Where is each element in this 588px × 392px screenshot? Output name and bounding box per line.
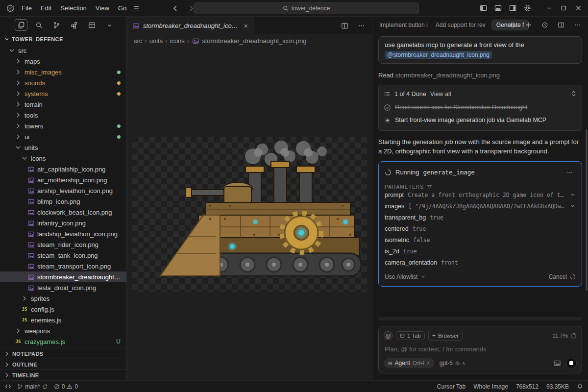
tree-folder-weapons[interactable]: weapons [0,325,126,336]
panel-right-icon[interactable] [507,2,518,14]
expand-collapse-icon[interactable] [571,90,577,98]
tree-file-airship_leviathon_icon.png[interactable]: airship_leviathon_icon.png [0,185,126,196]
tree-file-infantry_icon.png[interactable]: infantry_icon.png [0,218,126,228]
extensions-icon[interactable] [68,19,80,31]
param-images[interactable]: images[ "/9j/4AAQSkZJRgABAQAAAQABAAD/2wC… [385,201,576,212]
app-logo-icon[interactable] [4,2,17,15]
layout-columns-icon[interactable] [555,19,567,31]
filter-funnel-icon[interactable] [427,184,432,190]
menu-view[interactable]: View [92,3,113,13]
tree-file-clockwork_beast_icon.png[interactable]: clockwork_beast_icon.png [0,207,126,218]
maximize-icon[interactable] [558,2,569,14]
menu-edit[interactable]: Edit [37,3,55,13]
explorer-header[interactable]: TOWER_DEFENCE [0,33,126,45]
tree-file-crazygames.js[interactable]: JScrazygames.jsU [0,336,126,347]
todo-item[interactable]: Start front-view image generation job vi… [384,114,577,126]
tab-close-icon[interactable]: × [243,22,249,30]
tree-folder-units[interactable]: units [0,142,126,153]
param-prompt[interactable]: promptCreate a front orthographic 2D gam… [385,190,576,201]
tree-file-blimp_icon.png[interactable]: blimp_icon.png [0,196,126,207]
attach-image-icon[interactable] [553,359,561,367]
tree-file-stormbreaker_dreadnaught_icon.png[interactable]: stormbreaker_dreadnaught_icon.png [0,271,126,282]
section-notepads[interactable]: NOTEPADS [0,348,126,359]
tree-file-steam_rider_icon.png[interactable]: steam_rider_icon.png [0,239,126,250]
chevron-down-icon[interactable] [103,19,116,31]
menu-go[interactable]: Go [114,3,130,13]
todos-collapsed-bar[interactable]: 1 of 4 To-dos [378,317,582,320]
tree-folder-terrain[interactable]: terrain [0,99,126,110]
breadcrumb-item[interactable]: stormbreaker_dreadnaught_icon.png [192,37,306,45]
browser-chip[interactable]: + Browser [428,331,463,341]
section-timeline[interactable]: TIMELINE [0,369,126,380]
tab-context-chip[interactable]: 1 Tab [396,331,425,340]
statusbar-93-35kb[interactable]: 93.35KB [546,383,569,390]
todo-panel-header[interactable]: 1 of 4 Done View all [384,87,577,101]
command-center-search[interactable]: tower_defence [194,2,419,14]
explorer-icon[interactable] [15,19,27,31]
statusbar-cursor-tab[interactable]: Cursor Tab [437,383,466,390]
panel-left-icon[interactable] [477,2,489,14]
tree-folder-misc_images[interactable]: misc_images [0,67,126,77]
tree-folder-systems[interactable]: systems [0,88,126,99]
use-allowlist-button[interactable]: Use Allowlist [385,273,417,280]
hamburger-menu-icon[interactable] [130,2,142,14]
remote-indicator[interactable] [5,383,11,390]
tree-file-steam_transport_icon.png[interactable]: steam_transport_icon.png [0,261,126,271]
source-control-icon[interactable] [50,19,63,31]
chat-more-icon[interactable] [571,19,583,31]
add-context-button[interactable]: @ [384,331,392,340]
panel-bottom-icon[interactable] [492,2,504,14]
tool-more-icon[interactable] [564,167,576,178]
file-mention-chip[interactable]: @stormbreaker_dreadnaught_icon.png [385,51,492,59]
stop-button[interactable] [566,358,577,368]
tree-folder-icons[interactable]: icons [0,153,126,164]
chat-input[interactable]: @ 1 Tab + Browser 11.7% Plan, @ for cont… [378,326,582,373]
tree-file-steam_tank_icon.png[interactable]: steam_tank_icon.png [0,250,126,261]
search-sidebar-icon[interactable] [32,19,45,31]
todo-item[interactable]: Read source icon for Stormbreaker Dreadn… [384,101,577,114]
tree-folder-src[interactable]: src [0,45,126,56]
grid-view-icon[interactable] [85,19,98,31]
chat-tab[interactable]: Implement button i [377,20,430,30]
chevron-down-icon[interactable] [570,192,576,199]
section-outline[interactable]: OUTLINE [0,359,126,369]
tree-file-tesla_droid_icon.png[interactable]: tesla_droid_icon.png [0,282,126,293]
tree-folder-maps[interactable]: maps [0,56,126,67]
statusbar-whole-image[interactable]: Whole Image [473,383,508,390]
breadcrumb-item[interactable]: units [149,37,163,45]
menu-file[interactable]: File [18,3,36,13]
agent-mode-selector[interactable]: ∞ Agent Ctrl+I ∧ [384,358,435,368]
chat-tab[interactable]: Add support for rev [434,20,488,30]
more-actions-icon[interactable] [355,20,367,31]
chat-settings-icon[interactable] [507,19,518,31]
tree-file-air_mothership_icon.png[interactable]: air_mothership_icon.png [0,174,126,185]
statusbar-768x512[interactable]: 768x512 [516,383,539,390]
tree-file-config.js[interactable]: JSconfig.js [0,304,126,315]
close-icon[interactable] [572,2,584,14]
minimize-icon[interactable] [543,2,555,14]
view-all-link[interactable]: View all [430,91,451,98]
tree-folder-sounds[interactable]: sounds [0,77,126,88]
input-placeholder[interactable]: Plan, @ for context, / for commands [385,345,577,353]
breadcrumb-item[interactable]: icons [170,37,185,45]
split-editor-icon[interactable] [339,20,350,31]
chat-scrollbar[interactable] [586,129,588,291]
cancel-button[interactable]: Cancel [549,273,567,280]
tree-folder-tools[interactable]: tools [0,110,126,121]
tree-file-air_capitalship_icon.png[interactable]: air_capitalship_icon.png [0,164,126,174]
tree-folder-towers[interactable]: towers [0,121,126,131]
menu-selection[interactable]: Selection [56,3,90,13]
tree-folder-sprites[interactable]: sprites [0,293,126,304]
user-message[interactable]: use gamelabs mcp to generate a front vie… [378,36,582,64]
model-selector[interactable]: gpt-5 ∧ [440,360,466,367]
breadcrumb-item[interactable]: src [134,37,142,45]
back-icon[interactable] [170,2,181,14]
new-chat-icon[interactable] [523,19,535,31]
editor-tab[interactable]: stormbreaker_dreadnaught_icon.png × [127,17,254,34]
git-branch-status[interactable]: main* [17,383,48,390]
settings-gear-icon[interactable] [521,2,533,14]
tree-folder-ui[interactable]: ui [0,131,126,142]
history-icon[interactable] [539,19,551,31]
tree-file-landship_leviathon_icon.png[interactable]: landship_leviathon_icon.png [0,228,126,239]
chevron-down-icon[interactable] [570,203,576,210]
